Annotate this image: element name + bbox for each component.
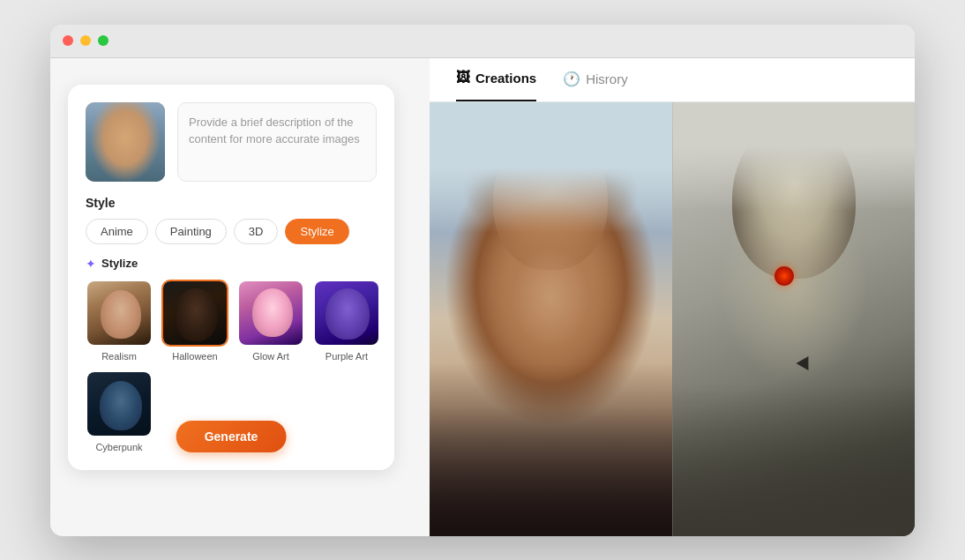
thumb-image-glow-art — [239, 281, 303, 345]
style-label: Style — [86, 196, 377, 210]
thumb-image-realism — [87, 281, 151, 345]
avatar-face — [86, 102, 165, 182]
close-button[interactable] — [63, 35, 73, 46]
style-thumb-glow-art — [237, 280, 304, 347]
right-panel: 🖼 Creations 🕐 Hisrory — [430, 58, 915, 536]
style-item-label-purple-art: Purple Art — [325, 351, 368, 362]
original-image — [430, 102, 672, 536]
generate-button[interactable]: Generate — [176, 421, 287, 452]
upload-row: Provide a brief description of the conte… — [86, 102, 377, 182]
panel-card: Provide a brief description of the conte… — [68, 85, 394, 470]
style-thumb-cyberpunk — [86, 370, 153, 437]
style-btn-painting[interactable]: Painting — [155, 219, 227, 244]
thumb-image-halloween — [163, 281, 227, 345]
tabs-bar: 🖼 Creations 🕐 Hisrory — [430, 58, 915, 102]
style-btn-stylize[interactable]: Stylize — [285, 219, 348, 244]
style-item-label-glow-art: Glow Art — [252, 351, 289, 362]
stylize-title: Stylize — [101, 257, 138, 270]
avatar-upload[interactable] — [86, 102, 165, 182]
browser-window: Provide a brief description of the conte… — [50, 25, 915, 536]
style-item-label-cyberpunk: Cyberpunk — [95, 442, 142, 452]
cursor-indicator — [797, 355, 815, 373]
title-bar — [50, 25, 915, 58]
style-item-label-halloween: Halloween — [172, 351, 217, 362]
thumb-image-purple-art — [315, 281, 378, 345]
split-image — [430, 102, 915, 536]
content-area: Provide a brief description of the conte… — [50, 58, 915, 536]
tab-creations-label: Creations — [475, 71, 536, 86]
history-icon: 🕐 — [563, 71, 580, 87]
tab-history[interactable]: 🕐 Hisrory — [563, 58, 628, 101]
transformed-image — [672, 102, 916, 536]
zombie-eye-detail — [774, 266, 794, 286]
description-input[interactable]: Provide a brief description of the conte… — [177, 102, 377, 182]
style-buttons: Anime Painting 3D Stylize — [86, 219, 377, 244]
star-icon: ✦ — [86, 257, 96, 271]
maximize-button[interactable] — [98, 35, 108, 46]
style-btn-3d[interactable]: 3D — [234, 219, 279, 244]
left-panel: Provide a brief description of the conte… — [50, 58, 430, 536]
style-section: Style Anime Painting 3D Stylize — [86, 196, 377, 244]
image-container — [430, 102, 915, 536]
stylize-header: ✦ Stylize — [86, 257, 377, 271]
minimize-button[interactable] — [80, 35, 91, 46]
creations-icon: 🖼 — [456, 70, 470, 86]
style-item-label-realism: Realism — [101, 351, 137, 362]
style-item-purple-art[interactable]: Purple Art — [313, 280, 380, 362]
tab-creations[interactable]: 🖼 Creations — [456, 58, 536, 101]
style-item-glow-art[interactable]: Glow Art — [237, 280, 304, 362]
description-placeholder: Provide a brief description of the conte… — [189, 114, 365, 148]
style-thumb-purple-art — [313, 280, 380, 347]
style-item-realism[interactable]: Realism — [86, 280, 153, 362]
style-thumb-realism — [86, 280, 153, 347]
tab-history-label: Hisrory — [586, 71, 628, 86]
style-item-cyberpunk[interactable]: Cyberpunk — [86, 370, 153, 452]
style-btn-anime[interactable]: Anime — [86, 219, 148, 244]
style-thumb-halloween — [161, 280, 228, 347]
style-grid: Realism Halloween Glow Art — [86, 280, 377, 362]
thumb-image-cyberpunk — [87, 372, 151, 436]
style-item-halloween[interactable]: Halloween — [161, 280, 228, 362]
